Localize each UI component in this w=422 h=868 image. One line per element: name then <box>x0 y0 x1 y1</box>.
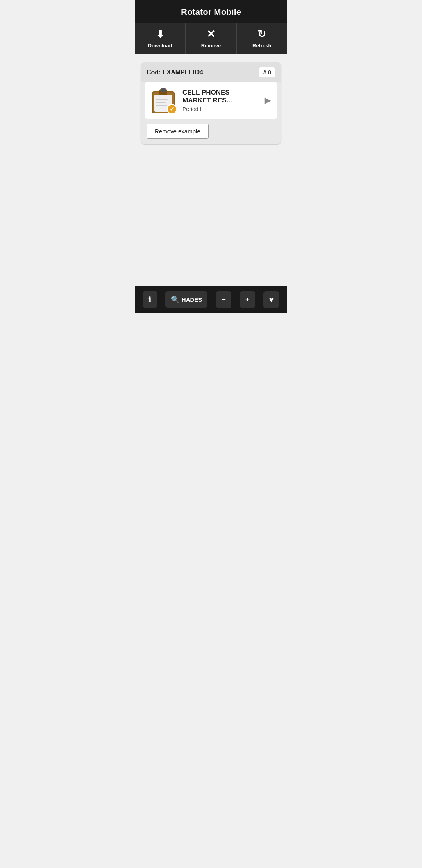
survey-card: Cod: EXAMPLE004 # 0 <box>141 62 281 144</box>
download-label: Download <box>148 43 172 48</box>
plus-button[interactable]: + <box>240 291 256 308</box>
refresh-icon: ↻ <box>257 28 266 40</box>
info-icon: ℹ <box>148 295 152 304</box>
refresh-label: Refresh <box>252 43 271 48</box>
svg-rect-6 <box>156 102 166 103</box>
navigate-arrow-icon[interactable]: ► <box>262 94 273 107</box>
app-header: Rotator Mobile <box>135 0 287 23</box>
content-area: Cod: EXAMPLE004 # 0 <box>135 54 287 286</box>
search-label: HADES <box>182 296 202 303</box>
heart-icon: ♥ <box>269 295 274 304</box>
remove-example-button[interactable]: Remove example <box>147 124 209 139</box>
minus-icon: − <box>222 295 226 304</box>
card-body: ✓ CELL PHONES MARKET RES... Period I ► <box>145 82 277 119</box>
card-icon-wrapper: ✓ <box>149 86 178 115</box>
svg-rect-7 <box>156 105 167 106</box>
check-badge-icon: ✓ <box>167 104 177 114</box>
card-footer: Remove example <box>141 119 281 144</box>
card-period: Period I <box>182 106 257 112</box>
remove-icon: ✕ <box>207 28 215 40</box>
svg-rect-5 <box>156 99 168 100</box>
remove-label: Remove <box>201 43 221 48</box>
toolbar: ⬇ Download ✕ Remove ↻ Refresh <box>135 23 287 54</box>
card-cod: Cod: EXAMPLE004 <box>147 69 203 76</box>
bottom-bar: ℹ 🔍 HADES − + ♥ <box>135 286 287 313</box>
download-button[interactable]: ⬇ Download <box>135 23 186 54</box>
card-header: Cod: EXAMPLE004 # 0 <box>141 62 281 82</box>
card-badge: # 0 <box>259 67 275 77</box>
remove-button[interactable]: ✕ Remove <box>186 23 236 54</box>
search-icon: 🔍 <box>171 295 179 304</box>
heart-button[interactable]: ♥ <box>263 291 279 308</box>
info-button[interactable]: ℹ <box>143 291 157 308</box>
plus-icon: + <box>245 295 250 304</box>
app-title: Rotator Mobile <box>181 7 241 17</box>
card-title: CELL PHONES MARKET RES... <box>182 89 257 104</box>
refresh-button[interactable]: ↻ Refresh <box>237 23 287 54</box>
svg-rect-4 <box>161 88 166 92</box>
download-icon: ⬇ <box>156 28 165 40</box>
minus-button[interactable]: − <box>216 291 232 308</box>
card-info: CELL PHONES MARKET RES... Period I <box>182 89 257 112</box>
search-button[interactable]: 🔍 HADES <box>165 291 208 308</box>
